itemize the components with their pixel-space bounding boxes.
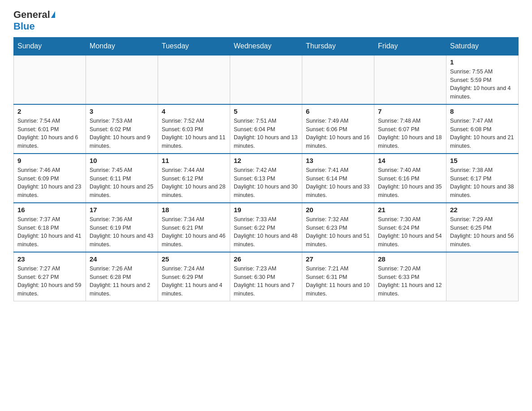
logo-text-general: General: [13, 9, 50, 21]
day-info: Sunrise: 7:44 AMSunset: 6:12 PMDaylight:…: [162, 166, 226, 200]
day-number: 6: [306, 107, 370, 115]
day-info: Sunrise: 7:21 AMSunset: 6:31 PMDaylight:…: [306, 265, 370, 298]
calendar-cell: 22Sunrise: 7:29 AMSunset: 6:25 PMDayligh…: [446, 203, 519, 252]
calendar-cell: [302, 55, 374, 104]
day-number: 28: [378, 255, 442, 263]
weekday-header-tuesday: Tuesday: [158, 37, 230, 55]
calendar-cell: 25Sunrise: 7:24 AMSunset: 6:29 PMDayligh…: [158, 252, 230, 301]
week-row-4: 16Sunrise: 7:37 AMSunset: 6:18 PMDayligh…: [14, 203, 519, 252]
day-info: Sunrise: 7:54 AMSunset: 6:01 PMDaylight:…: [17, 117, 82, 150]
day-info: Sunrise: 7:53 AMSunset: 6:02 PMDaylight:…: [90, 117, 154, 150]
calendar-cell: 15Sunrise: 7:38 AMSunset: 6:17 PMDayligh…: [446, 154, 519, 203]
day-number: 3: [90, 107, 154, 115]
calendar-cell: [230, 55, 302, 104]
day-number: 27: [306, 255, 370, 263]
week-row-2: 2Sunrise: 7:54 AMSunset: 6:01 PMDaylight…: [14, 104, 519, 154]
day-number: 21: [378, 206, 442, 214]
calendar-cell: [86, 55, 158, 104]
day-info: Sunrise: 7:23 AMSunset: 6:30 PMDaylight:…: [234, 265, 298, 298]
day-info: Sunrise: 7:40 AMSunset: 6:16 PMDaylight:…: [378, 166, 442, 200]
day-number: 26: [234, 255, 298, 263]
calendar-cell: 16Sunrise: 7:37 AMSunset: 6:18 PMDayligh…: [14, 203, 86, 252]
day-info: Sunrise: 7:30 AMSunset: 6:24 PMDaylight:…: [378, 215, 442, 249]
weekday-header-wednesday: Wednesday: [230, 37, 302, 55]
day-info: Sunrise: 7:37 AMSunset: 6:18 PMDaylight:…: [17, 215, 82, 249]
calendar-cell: 7Sunrise: 7:48 AMSunset: 6:07 PMDaylight…: [374, 104, 446, 154]
day-info: Sunrise: 7:20 AMSunset: 6:33 PMDaylight:…: [378, 265, 442, 298]
calendar-cell: 27Sunrise: 7:21 AMSunset: 6:31 PMDayligh…: [302, 252, 374, 301]
weekday-header-monday: Monday: [86, 37, 158, 55]
day-info: Sunrise: 7:45 AMSunset: 6:11 PMDaylight:…: [90, 166, 154, 200]
calendar-cell: 24Sunrise: 7:26 AMSunset: 6:28 PMDayligh…: [86, 252, 158, 301]
day-number: 19: [234, 206, 298, 214]
day-info: Sunrise: 7:41 AMSunset: 6:14 PMDaylight:…: [306, 166, 370, 200]
calendar-cell: 8Sunrise: 7:47 AMSunset: 6:08 PMDaylight…: [446, 104, 519, 154]
day-number: 11: [162, 157, 226, 164]
weekday-header-row: SundayMondayTuesdayWednesdayThursdayFrid…: [14, 37, 519, 55]
logo-text-blue: Blue: [13, 21, 35, 32]
day-info: Sunrise: 7:33 AMSunset: 6:22 PMDaylight:…: [234, 215, 298, 249]
day-number: 5: [234, 107, 298, 115]
day-number: 13: [306, 157, 370, 164]
logo-wrapper: General Blue: [13, 9, 55, 33]
calendar-cell: 14Sunrise: 7:40 AMSunset: 6:16 PMDayligh…: [374, 154, 446, 203]
day-number: 12: [234, 157, 298, 164]
day-number: 4: [162, 107, 226, 115]
day-number: 16: [17, 206, 82, 214]
day-number: 25: [162, 255, 226, 263]
day-info: Sunrise: 7:29 AMSunset: 6:25 PMDaylight:…: [450, 215, 515, 249]
calendar-cell: 3Sunrise: 7:53 AMSunset: 6:02 PMDaylight…: [86, 104, 158, 154]
calendar-cell: 1Sunrise: 7:55 AMSunset: 5:59 PMDaylight…: [446, 55, 519, 104]
calendar-table: SundayMondayTuesdayWednesdayThursdayFrid…: [13, 37, 519, 301]
calendar-cell: 4Sunrise: 7:52 AMSunset: 6:03 PMDaylight…: [158, 104, 230, 154]
day-number: 15: [450, 157, 515, 164]
calendar-cell: 19Sunrise: 7:33 AMSunset: 6:22 PMDayligh…: [230, 203, 302, 252]
calendar-cell: 11Sunrise: 7:44 AMSunset: 6:12 PMDayligh…: [158, 154, 230, 203]
day-number: 17: [90, 206, 154, 214]
day-info: Sunrise: 7:34 AMSunset: 6:21 PMDaylight:…: [162, 215, 226, 249]
calendar-cell: 23Sunrise: 7:27 AMSunset: 6:27 PMDayligh…: [14, 252, 86, 301]
day-number: 9: [17, 157, 82, 164]
calendar-cell: 20Sunrise: 7:32 AMSunset: 6:23 PMDayligh…: [302, 203, 374, 252]
calendar-cell: 10Sunrise: 7:45 AMSunset: 6:11 PMDayligh…: [86, 154, 158, 203]
weekday-header-sunday: Sunday: [14, 37, 86, 55]
week-row-5: 23Sunrise: 7:27 AMSunset: 6:27 PMDayligh…: [14, 252, 519, 301]
calendar-cell: 5Sunrise: 7:51 AMSunset: 6:04 PMDaylight…: [230, 104, 302, 154]
day-info: Sunrise: 7:38 AMSunset: 6:17 PMDaylight:…: [450, 166, 515, 200]
day-info: Sunrise: 7:55 AMSunset: 5:59 PMDaylight:…: [450, 68, 515, 101]
day-number: 22: [450, 206, 515, 214]
day-number: 10: [90, 157, 154, 164]
calendar-cell: 2Sunrise: 7:54 AMSunset: 6:01 PMDaylight…: [14, 104, 86, 154]
day-number: 1: [450, 58, 515, 66]
day-info: Sunrise: 7:51 AMSunset: 6:04 PMDaylight:…: [234, 117, 298, 150]
calendar-cell: 9Sunrise: 7:46 AMSunset: 6:09 PMDaylight…: [14, 154, 86, 203]
weekday-header-thursday: Thursday: [302, 37, 374, 55]
day-number: 8: [450, 107, 515, 115]
page-header: General Blue: [13, 9, 519, 33]
week-row-1: 1Sunrise: 7:55 AMSunset: 5:59 PMDaylight…: [14, 55, 519, 104]
day-number: 20: [306, 206, 370, 214]
calendar-cell: 12Sunrise: 7:42 AMSunset: 6:13 PMDayligh…: [230, 154, 302, 203]
weekday-header-saturday: Saturday: [446, 37, 519, 55]
day-number: 24: [90, 255, 154, 263]
calendar-cell: [158, 55, 230, 104]
weekday-header-friday: Friday: [374, 37, 446, 55]
calendar-cell: 21Sunrise: 7:30 AMSunset: 6:24 PMDayligh…: [374, 203, 446, 252]
day-number: 2: [17, 107, 82, 115]
calendar-cell: 26Sunrise: 7:23 AMSunset: 6:30 PMDayligh…: [230, 252, 302, 301]
day-info: Sunrise: 7:32 AMSunset: 6:23 PMDaylight:…: [306, 215, 370, 249]
calendar-cell: [446, 252, 519, 301]
calendar-cell: [14, 55, 86, 104]
day-info: Sunrise: 7:42 AMSunset: 6:13 PMDaylight:…: [234, 166, 298, 200]
calendar-cell: 6Sunrise: 7:49 AMSunset: 6:06 PMDaylight…: [302, 104, 374, 154]
day-info: Sunrise: 7:47 AMSunset: 6:08 PMDaylight:…: [450, 117, 515, 150]
day-number: 23: [17, 255, 82, 263]
calendar-cell: 18Sunrise: 7:34 AMSunset: 6:21 PMDayligh…: [158, 203, 230, 252]
day-number: 18: [162, 206, 226, 214]
day-info: Sunrise: 7:48 AMSunset: 6:07 PMDaylight:…: [378, 117, 442, 150]
day-info: Sunrise: 7:27 AMSunset: 6:27 PMDaylight:…: [17, 265, 82, 298]
logo: General Blue: [13, 9, 55, 33]
calendar-cell: 28Sunrise: 7:20 AMSunset: 6:33 PMDayligh…: [374, 252, 446, 301]
day-info: Sunrise: 7:49 AMSunset: 6:06 PMDaylight:…: [306, 117, 370, 150]
day-number: 7: [378, 107, 442, 115]
